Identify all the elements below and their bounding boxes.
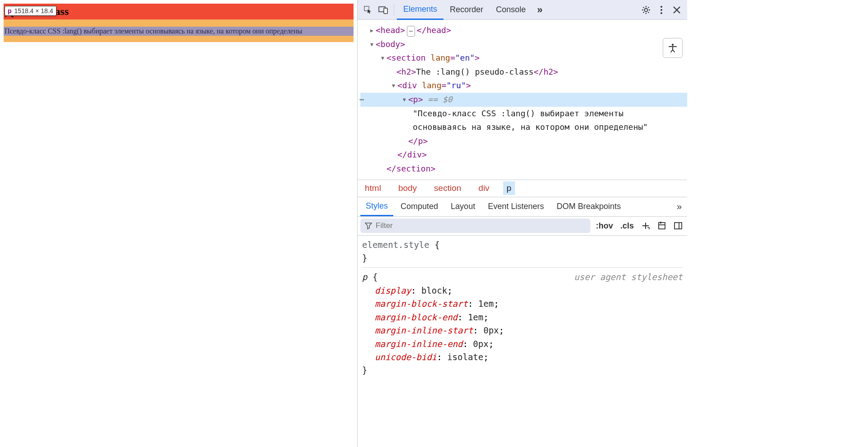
svg-rect-2 [384, 8, 387, 14]
user-agent-p-block[interactable]: p { user agent stylesheet display: block… [362, 271, 683, 380]
divider [394, 4, 394, 16]
dom-section-close[interactable]: </section> [360, 162, 687, 176]
collapse-arrow-icon[interactable]: ▾ [402, 93, 408, 107]
dom-body[interactable]: ▾<body> [360, 38, 687, 52]
toggle-sidebar-icon[interactable] [672, 221, 684, 230]
cls-toggle[interactable]: .cls [618, 221, 636, 231]
crumb-p[interactable]: p [503, 181, 515, 195]
crumb-section[interactable]: section [430, 181, 465, 195]
kebab-menu-icon[interactable] [654, 2, 669, 18]
more-tabs-icon[interactable]: » [532, 2, 547, 18]
tab-console[interactable]: Console [490, 0, 532, 19]
styles-filter-bar: :hov .cls [358, 217, 687, 236]
settings-gear-icon[interactable] [638, 2, 654, 18]
dom-div-close[interactable]: </div> [360, 148, 687, 162]
rendered-div-ru: Псевдо-класс CSS :lang() выбирает элемен… [4, 19, 354, 42]
dom-section[interactable]: ▾<section lang="en"> [360, 51, 687, 65]
devtools-toolbar: Elements Recorder Console » [358, 0, 687, 20]
collapsed-ellipsis-icon[interactable]: ⋯ [407, 26, 415, 37]
filter-box[interactable] [360, 219, 590, 233]
svg-point-5 [660, 9, 662, 11]
tooltip-dimensions: 1518.4 × 18.4 [14, 7, 53, 14]
styles-sub-tabs: Styles Computed Layout Event Listeners D… [358, 197, 687, 217]
styles-pane[interactable]: element.style { } p { user agent stylesh… [358, 236, 687, 447]
subtab-dom-breakpoints[interactable]: DOM Breakpoints [551, 198, 626, 215]
breadcrumb: html body section div p [358, 180, 687, 197]
rendered-paragraph: Псевдо-класс CSS :lang() выбирает элемен… [4, 27, 354, 36]
element-style-block[interactable]: element.style { } [362, 238, 683, 268]
collapse-arrow-icon[interactable]: ▾ [369, 38, 376, 52]
collapse-arrow-icon[interactable]: ▾ [391, 79, 397, 93]
computed-styles-icon[interactable] [656, 221, 668, 230]
hov-toggle[interactable]: :hov [594, 221, 615, 231]
tab-recorder[interactable]: Recorder [443, 0, 490, 19]
close-devtools-icon[interactable] [669, 2, 684, 18]
inspect-element-icon[interactable] [360, 2, 376, 18]
dom-p-close[interactable]: </p> [360, 134, 687, 148]
dom-p-selected[interactable]: ▾<p> == $0 [360, 93, 687, 107]
dom-p-text[interactable]: "Псевдо-класс CSS :lang() выбирает элеме… [360, 107, 687, 134]
svg-point-3 [645, 8, 648, 11]
filter-input[interactable] [376, 221, 586, 230]
svg-rect-9 [660, 222, 661, 224]
dom-h2[interactable]: <h2>The :lang() pseudo-class</h2> [360, 65, 687, 79]
element-dimensions-tooltip: p 1518.4 × 18.4 [5, 6, 57, 16]
new-style-rule-icon[interactable] [639, 221, 652, 230]
dom-head[interactable]: ▸<head>⋯</head> [360, 24, 687, 38]
devtools-panel: Elements Recorder Console » ▸<head>⋯</he… [357, 0, 687, 447]
crumb-html[interactable]: html [361, 181, 385, 195]
dom-tree[interactable]: ▸<head>⋯</head> ▾<body> ▾<section lang="… [358, 20, 687, 180]
more-subtabs-icon[interactable]: » [674, 201, 684, 212]
filter-funnel-icon [365, 222, 372, 229]
tab-elements[interactable]: Elements [397, 0, 443, 20]
collapse-arrow-icon[interactable]: ▾ [380, 51, 387, 65]
subtab-computed[interactable]: Computed [395, 198, 443, 215]
device-toggle-icon[interactable] [376, 2, 391, 18]
app-root: p 1518.4 × 18.4 ) pseudo-class Псевдо-кл… [0, 0, 868, 447]
svg-rect-10 [675, 223, 682, 229]
subtab-event-listeners[interactable]: Event Listeners [482, 198, 549, 215]
svg-point-6 [660, 12, 662, 14]
subtab-layout[interactable]: Layout [445, 198, 481, 215]
subtab-styles[interactable]: Styles [360, 197, 393, 216]
crumb-body[interactable]: body [395, 181, 420, 195]
svg-rect-8 [659, 223, 665, 229]
dom-div[interactable]: ▾<div lang="ru"> [360, 79, 687, 93]
svg-point-4 [660, 6, 662, 8]
rendered-page-pane: p 1518.4 × 18.4 ) pseudo-class Псевдо-кл… [0, 0, 357, 447]
stylesheet-origin-label: user agent stylesheet [574, 271, 683, 284]
expand-arrow-icon[interactable]: ▸ [369, 24, 376, 38]
crumb-div[interactable]: div [475, 181, 493, 195]
tooltip-tag: p [8, 7, 12, 14]
